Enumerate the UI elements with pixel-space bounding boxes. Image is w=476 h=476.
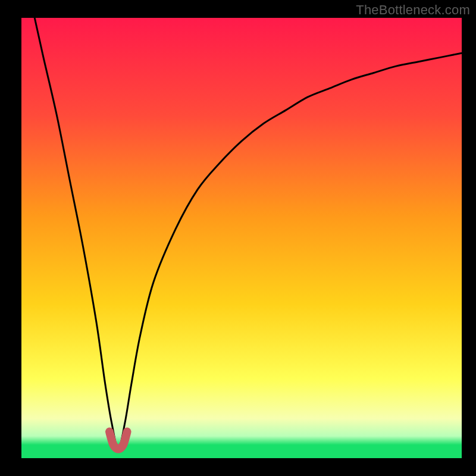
gradient-background xyxy=(21,18,462,458)
watermark-text: TheBottleneck.com xyxy=(356,2,470,18)
chart-frame: TheBottleneck.com xyxy=(0,0,476,476)
bottleneck-chart xyxy=(0,0,476,476)
